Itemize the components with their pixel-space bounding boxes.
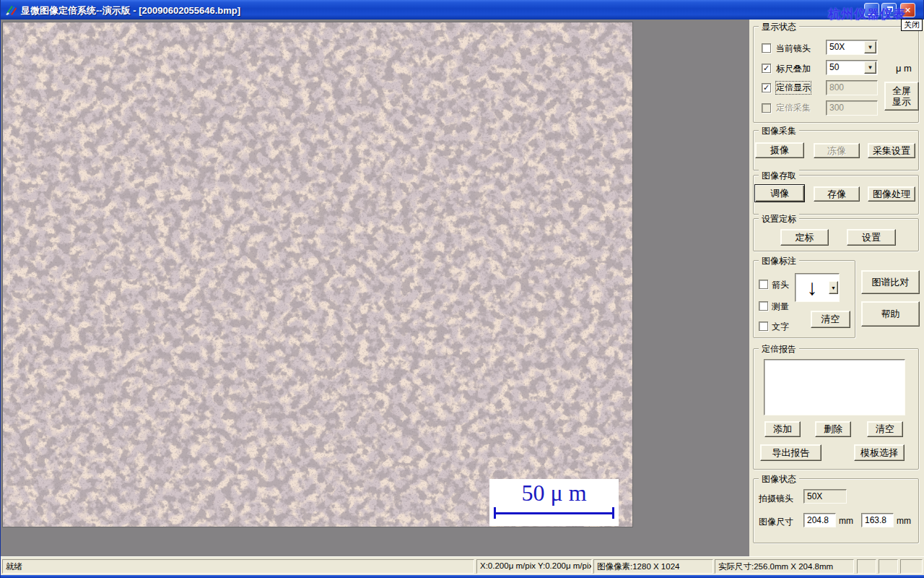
chevron-down-icon[interactable]: ▼ bbox=[864, 41, 876, 53]
scalebar-label: 50 μ m bbox=[489, 480, 619, 506]
titlebar: 显微图像定倍系统--演示版 - [20090602055646.bmp] ✕ 杭… bbox=[1, 0, 923, 20]
save-image-button[interactable]: 存像 bbox=[814, 186, 860, 202]
status-spare-1 bbox=[857, 559, 876, 574]
measure-checkbox[interactable] bbox=[759, 301, 768, 311]
report-delete-button[interactable]: 删除 bbox=[815, 421, 851, 437]
fullscreen-label-line1: 全屏 bbox=[892, 85, 911, 96]
scalebar-line bbox=[495, 512, 613, 514]
load-image-button[interactable]: 调像 bbox=[754, 184, 805, 202]
text-checkbox[interactable] bbox=[759, 322, 768, 331]
app-window: 显微图像定倍系统--演示版 - [20090602055646.bmp] ✕ 杭… bbox=[0, 0, 924, 578]
window-bottom-border bbox=[1, 575, 924, 578]
report-title: 定倍报告 bbox=[759, 343, 799, 355]
close-tooltip: 关闭 bbox=[901, 19, 923, 31]
control-sidebar: 显示状态 当前镜头 50X ▼ ✓ 标尺叠加 50 ▼ μ m ✓ 定倍显示 8… bbox=[749, 20, 924, 556]
calibration-settings-button[interactable]: 设置 bbox=[847, 229, 896, 246]
minimize-button[interactable] bbox=[864, 3, 879, 17]
app-icon bbox=[5, 4, 17, 16]
window-title: 显微图像定倍系统--演示版 - [20090602055646.bmp] bbox=[21, 4, 240, 17]
display-status-title: 显示状态 bbox=[759, 21, 799, 33]
image-size-label: 图像尺寸 bbox=[759, 516, 793, 528]
calibrate-button[interactable]: 定标 bbox=[780, 229, 829, 246]
current-lens-combobox[interactable]: 50X ▼ bbox=[826, 40, 878, 55]
image-process-button[interactable]: 图像处理 bbox=[868, 186, 915, 202]
height-unit-label: mm bbox=[897, 516, 911, 526]
fixed-capture-field: 300 bbox=[826, 100, 878, 116]
ruler-value: 50 bbox=[829, 62, 839, 72]
image-status-group: 图像状态 bbox=[753, 478, 919, 543]
status-spare-3 bbox=[900, 559, 923, 574]
atlas-compare-button[interactable]: 图谱比对 bbox=[861, 270, 920, 294]
fixed-display-label[interactable]: 定倍显示 bbox=[776, 82, 811, 94]
restore-button[interactable] bbox=[881, 3, 897, 17]
ruler-unit-label: μ m bbox=[896, 63, 912, 74]
measure-label[interactable]: 测量 bbox=[772, 301, 789, 313]
restore-icon bbox=[885, 7, 893, 14]
scalebar-overlay: 50 μ m bbox=[489, 479, 619, 526]
status-ready: 就绪 bbox=[2, 559, 474, 574]
image-height-field: 163.8 bbox=[861, 513, 894, 527]
image-storage-title: 图像存取 bbox=[759, 170, 799, 182]
shoot-button[interactable]: 摄像 bbox=[755, 142, 804, 158]
minimize-icon bbox=[868, 13, 875, 15]
current-lens-value: 50X bbox=[829, 42, 845, 52]
clear-annotation-button[interactable]: 清空 bbox=[811, 311, 850, 328]
image-width-field: 204.8 bbox=[803, 513, 836, 527]
ruler-overlay-checkbox[interactable]: ✓ bbox=[762, 64, 771, 73]
arrow-label[interactable]: 箭头 bbox=[772, 279, 789, 291]
close-button[interactable]: ✕ bbox=[900, 3, 915, 17]
annotation-title: 图像标注 bbox=[759, 255, 799, 267]
status-spare-2 bbox=[879, 559, 898, 574]
fixed-display-checkbox[interactable]: ✓ bbox=[762, 83, 771, 92]
report-add-button[interactable]: 添加 bbox=[764, 421, 801, 437]
fullscreen-button[interactable]: 全屏 显示 bbox=[884, 82, 919, 111]
down-arrow-icon: ↓ bbox=[796, 274, 829, 301]
help-button[interactable]: 帮助 bbox=[861, 301, 920, 327]
close-icon: ✕ bbox=[905, 6, 911, 15]
arrow-style-combobox[interactable]: ↓ ▼ bbox=[795, 273, 840, 302]
fullscreen-label-line2: 显示 bbox=[892, 96, 911, 107]
chevron-down-icon[interactable]: ▼ bbox=[864, 61, 876, 74]
image-capture-title: 图像采集 bbox=[759, 125, 799, 137]
report-listbox[interactable] bbox=[764, 359, 905, 415]
shoot-lens-field: 50X bbox=[803, 489, 847, 504]
export-report-button[interactable]: 导出报告 bbox=[760, 444, 821, 461]
report-clear-button[interactable]: 清空 bbox=[867, 421, 903, 437]
template-select-button[interactable]: 模板选择 bbox=[854, 444, 905, 461]
chevron-down-icon[interactable]: ▼ bbox=[829, 281, 838, 294]
status-actual-size: 实际尺寸:256.0mm X 204.8mm bbox=[715, 559, 854, 574]
fixed-display-field: 800 bbox=[826, 80, 878, 95]
statusbar: 就绪 X:0.200μ m/pix Y:0.200μ m/pix 图像像素:12… bbox=[1, 556, 924, 575]
shoot-lens-label: 拍摄镜头 bbox=[759, 493, 793, 505]
image-viewport: 50 μ m bbox=[1, 20, 749, 556]
freeze-button: 冻像 bbox=[814, 143, 860, 158]
scalebar-tick-right bbox=[612, 507, 614, 519]
arrow-checkbox[interactable] bbox=[759, 280, 768, 289]
calibration-title: 设置定标 bbox=[759, 213, 799, 225]
fixed-capture-label: 定倍采集 bbox=[776, 102, 811, 114]
current-lens-checkbox[interactable] bbox=[762, 43, 771, 53]
status-pixel-scale: X:0.200μ m/pix Y:0.200μ m/pix bbox=[476, 559, 592, 574]
width-unit-label: mm bbox=[839, 516, 853, 526]
micrograph-image bbox=[2, 22, 633, 527]
current-lens-label[interactable]: 当前镜头 bbox=[776, 43, 811, 55]
ruler-overlay-label[interactable]: 标尺叠加 bbox=[776, 63, 811, 75]
image-status-title: 图像状态 bbox=[759, 473, 799, 486]
capture-settings-button[interactable]: 采集设置 bbox=[868, 143, 915, 158]
fixed-capture-checkbox bbox=[762, 103, 771, 113]
scalebar-tick-left bbox=[494, 507, 496, 519]
client-area: 50 μ m 显示状态 当前镜头 50X ▼ ✓ 标尺叠加 50 ▼ bbox=[1, 20, 924, 556]
status-image-pixels: 图像像素:1280 X 1024 bbox=[593, 559, 713, 574]
ruler-value-combobox[interactable]: 50 ▼ bbox=[826, 60, 878, 75]
text-label[interactable]: 文字 bbox=[772, 321, 789, 333]
